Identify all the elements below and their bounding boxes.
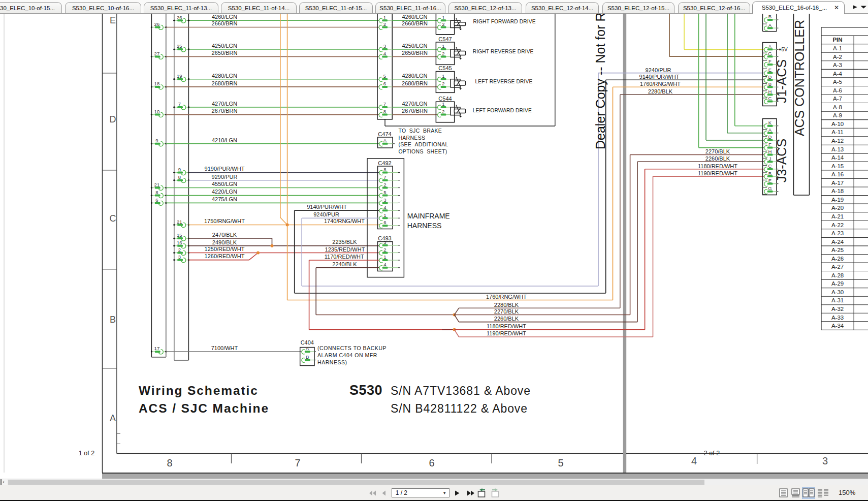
svg-text:A-12: A-12 <box>831 138 844 144</box>
svg-text:3: 3 <box>383 43 386 49</box>
svg-text:2260/BLK: 2260/BLK <box>705 155 730 162</box>
svg-text:2280/BLK: 2280/BLK <box>648 88 673 95</box>
svg-text:H: H <box>768 149 772 154</box>
svg-text:2490/BLK: 2490/BLK <box>212 239 237 245</box>
svg-text:9240/PUR: 9240/PUR <box>313 211 339 217</box>
svg-text:A-29: A-29 <box>831 280 844 287</box>
svg-text:2260/BLK: 2260/BLK <box>494 316 519 322</box>
svg-text:2: 2 <box>442 81 444 86</box>
svg-text:6: 6 <box>383 81 386 86</box>
svg-text:2235/BLK: 2235/BLK <box>332 239 357 245</box>
svg-text:A-13: A-13 <box>831 146 844 152</box>
svg-text:A-17: A-17 <box>831 180 844 186</box>
svg-text:RIGHT FORWARD DRIVE: RIGHT FORWARD DRIVE <box>473 19 535 24</box>
svg-text:C492: C492 <box>378 160 391 166</box>
svg-text:A-23: A-23 <box>831 230 844 236</box>
svg-text:A-5: A-5 <box>833 79 842 85</box>
svg-text:9140/PUR/WHT: 9140/PUR/WHT <box>307 204 347 210</box>
svg-text:B: B <box>110 315 116 325</box>
svg-text:A-25: A-25 <box>831 247 844 253</box>
svg-text:1190/RED/WHT: 1190/RED/WHT <box>698 170 737 176</box>
svg-text:9240/PUR: 9240/PUR <box>646 67 671 73</box>
svg-text:A-21: A-21 <box>831 213 844 220</box>
svg-text:3: 3 <box>383 239 386 245</box>
svg-text:4: 4 <box>383 51 386 56</box>
svg-text:3: 3 <box>822 455 828 466</box>
svg-text:4270/LGN: 4270/LGN <box>402 101 427 107</box>
svg-text:A-14: A-14 <box>831 154 844 161</box>
svg-text:5: 5 <box>558 457 563 468</box>
svg-text:21: 21 <box>154 182 160 187</box>
svg-text:G: G <box>768 185 771 191</box>
svg-text:4280/LGN: 4280/LGN <box>212 73 237 79</box>
svg-text:(CONNECTS TO BACKUP: (CONNECTS TO BACKUP <box>317 345 387 351</box>
svg-text:A-3: A-3 <box>833 62 842 68</box>
svg-text:A-26: A-26 <box>831 256 844 262</box>
svg-text:D: D <box>768 74 772 80</box>
svg-text:7100/WHT: 7100/WHT <box>211 345 238 351</box>
svg-text:27: 27 <box>154 51 160 56</box>
svg-text:F: F <box>768 142 771 147</box>
svg-text:E: E <box>110 15 116 25</box>
svg-text:1: 1 <box>442 101 444 107</box>
svg-text:HARNESS: HARNESS <box>398 135 425 141</box>
svg-text:2650/BRN: 2650/BRN <box>212 50 238 56</box>
svg-text:A-31: A-31 <box>831 297 844 303</box>
svg-text:C: C <box>768 163 772 169</box>
svg-text:2680/BRN: 2680/BRN <box>402 80 428 86</box>
svg-text:1: 1 <box>442 73 444 79</box>
svg-text:2: 2 <box>442 21 444 27</box>
svg-text:1260/RED/WHT: 1260/RED/WHT <box>205 253 245 259</box>
svg-text:A: A <box>383 138 387 143</box>
svg-text:1: 1 <box>383 254 386 260</box>
svg-text:1250/RED/WHT: 1250/RED/WHT <box>205 246 245 252</box>
svg-text:7: 7 <box>383 174 386 180</box>
svg-text:PIN: PIN <box>832 37 842 43</box>
svg-text:21: 21 <box>177 219 182 225</box>
svg-text:7: 7 <box>178 101 181 107</box>
svg-text:B: B <box>768 81 771 87</box>
svg-text:K: K <box>768 120 772 126</box>
svg-text:A-7: A-7 <box>833 96 842 102</box>
svg-text:E: E <box>768 67 771 73</box>
svg-text:A-27: A-27 <box>831 264 844 270</box>
svg-text:4250/LGN: 4250/LGN <box>212 43 237 49</box>
svg-text:5: 5 <box>383 73 386 79</box>
svg-text:4280/LGN: 4280/LGN <box>402 73 427 79</box>
svg-text:4275/LGN: 4275/LGN <box>212 196 237 202</box>
svg-text:4550/LGN: 4550/LGN <box>212 181 237 187</box>
svg-text:2660/BRN: 2660/BRN <box>212 20 238 26</box>
svg-text:1760/RNG/WHT: 1760/RNG/WHT <box>640 81 681 87</box>
svg-text:2660/BRN: 2660/BRN <box>402 20 428 26</box>
svg-text:A-6: A-6 <box>833 87 842 93</box>
svg-text:2240/BLK: 2240/BLK <box>332 261 357 267</box>
svg-text:C: C <box>110 213 116 224</box>
svg-text:A-4: A-4 <box>833 71 843 77</box>
svg-text:4220/LGN: 4220/LGN <box>212 189 237 195</box>
svg-text:A-28: A-28 <box>831 272 844 278</box>
svg-text:3: 3 <box>383 197 386 203</box>
svg-text:B: B <box>306 354 309 360</box>
svg-text:A-19: A-19 <box>831 197 844 203</box>
svg-text:C474: C474 <box>378 131 391 137</box>
svg-text:2670/BRN: 2670/BRN <box>212 108 238 114</box>
svg-text:A-32: A-32 <box>831 306 844 312</box>
svg-text:B: B <box>768 171 771 176</box>
svg-text:9: 9 <box>178 167 181 172</box>
svg-text:J1-ACS: J1-ACS <box>775 59 789 103</box>
svg-text:1190/RED/WHT: 1190/RED/WHT <box>487 330 526 336</box>
svg-text:A-24: A-24 <box>831 239 844 245</box>
svg-text:Wiring Schematic: Wiring Schematic <box>139 384 259 397</box>
svg-text:B: B <box>768 14 771 19</box>
svg-text:1760/RNG/WHT: 1760/RNG/WHT <box>486 294 527 300</box>
svg-text:4260/LGN: 4260/LGN <box>402 14 427 20</box>
svg-text:A: A <box>768 22 772 28</box>
svg-text:2 of 2: 2 of 2 <box>704 450 720 457</box>
svg-text:H: H <box>768 89 772 95</box>
svg-text:A-15: A-15 <box>831 163 844 169</box>
svg-text:(SEE ADDITIONAL: (SEE ADDITIONAL <box>398 141 448 147</box>
svg-text:5: 5 <box>383 190 386 195</box>
svg-text:C545: C545 <box>438 65 452 71</box>
svg-text:4210/LGN: 4210/LGN <box>212 137 237 143</box>
svg-text:6: 6 <box>155 197 158 203</box>
